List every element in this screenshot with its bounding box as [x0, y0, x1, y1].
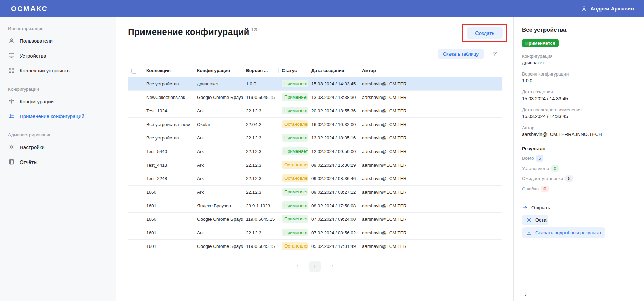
status-badge: Применяется [522, 39, 559, 47]
user-menu[interactable]: Андрей Аршавин [581, 5, 634, 12]
author-cell: aarshavin@LCM.TERRA.INNO.TECH [359, 186, 406, 199]
page-title: Применение конфигураций13 [128, 27, 257, 37]
panel-field-label: Дата последнего изменения [522, 107, 636, 112]
table-row[interactable]: Test_2248Ark22.12.3Остановлено09.02.2024… [128, 172, 502, 186]
version-cell: 119.0.6045.15 [243, 91, 278, 104]
column-header[interactable]: Конфигурация [194, 64, 243, 77]
app-logo[interactable]: ОСМАКС [11, 5, 48, 13]
select-all-checkbox[interactable] [131, 68, 137, 74]
sidebar-item[interactable]: Настройки [8, 139, 110, 154]
status-pill: Остановлено [282, 174, 308, 182]
table-row[interactable]: Test_4413Ark22.12.3Остановлено09.02.2024… [128, 158, 502, 172]
configuration-cell: Ark [194, 172, 243, 186]
sidebar-section-label: Администрирование [8, 132, 110, 137]
table-row[interactable]: Все устройствадриппакет1.0.0Применяется1… [128, 77, 502, 91]
sidebar-item-label: Конфигурации [20, 99, 54, 104]
sidebar-item[interactable]: Применение конфигураций [8, 109, 110, 124]
table-row[interactable]: NewCollectionsZakGoogle Chrome Браузер11… [128, 91, 502, 104]
sidebar-item[interactable]: Пользователи [8, 33, 110, 48]
version-cell: 22.12.3 [243, 186, 278, 199]
row-select-cell [128, 131, 143, 145]
table-row[interactable]: 1601Яндекс Браузер23.9.1.1023Применяется… [128, 199, 502, 213]
table-row[interactable]: 1660Ark22.12.3Применяется09.02.2024 / 08… [128, 186, 502, 199]
column-header[interactable]: Автор [359, 64, 406, 77]
sidebar-item-label: Применение конфигураций [20, 113, 84, 119]
panel-action-label: Остановить выполнение [535, 217, 548, 223]
table-row[interactable]: Все устройства_newOkular22.04.2Остановле… [128, 118, 502, 131]
create-button[interactable]: Создать [467, 27, 503, 39]
table-row[interactable]: Test_1024Ark22.12.3Применяется20.02.2024… [128, 104, 502, 118]
status-cell: Применяется [278, 213, 308, 226]
download-icon [526, 230, 532, 236]
configuration-cell: Okular [194, 118, 243, 131]
sidebar-item-label: Отчёты [20, 159, 37, 165]
created-cell: 08.02.2024 / 17:58:08 [308, 199, 359, 213]
grid-icon [8, 67, 15, 74]
panel-action-button[interactable]: Остановить выполнение [522, 215, 548, 225]
table-row[interactable]: 1601Ark22.12.3Применяется07.02.2024 / 08… [128, 226, 502, 240]
sidebar-item[interactable]: Отчёты [8, 154, 110, 169]
table-row[interactable]: Все устройстваArk22.12.3Применяется13.02… [128, 131, 502, 145]
created-cell: 20.02.2024 / 13:55:36 [308, 104, 359, 118]
status-pill: Применяется [282, 134, 308, 142]
table-row[interactable]: 1660Google Chrome Браузер119.0.6045.15Пр… [128, 213, 502, 226]
configuration-cell: Google Chrome Браузер [194, 213, 243, 226]
report-icon [8, 158, 15, 165]
collection-cell: 1660 [143, 186, 194, 199]
created-cell: 15.03.2024 / 14:33:45 [308, 77, 359, 91]
sidebar-item[interactable]: Устройства [8, 48, 110, 63]
sidebar-item[interactable]: Коллекции устройств [8, 63, 110, 78]
panel-field-label: Автор [522, 125, 636, 130]
pagination-page[interactable]: 1 [309, 261, 321, 272]
result-row: Ожидает установки5 [522, 175, 636, 182]
version-cell: 22.12.3 [243, 172, 278, 186]
column-header[interactable]: Дата создания [308, 64, 359, 77]
author-cell: aarshavin@LCM.TERRA.INNO.TECH [359, 118, 406, 131]
panel-field-label: Конфигурация [522, 53, 636, 59]
configuration-cell: Ark [194, 226, 243, 240]
table-row[interactable]: 1601Google Chrome Браузер119.0.6045.15Ос… [128, 240, 502, 253]
panel-field-value: 15.03.2024 / 14:33:45 [522, 96, 636, 101]
row-select-cell [128, 213, 143, 226]
author-cell: aarshavin@LCM.TERRA.INNO.TECH [359, 172, 406, 186]
filter-icon[interactable] [492, 51, 498, 57]
sidebar-item-label: Устройства [20, 53, 46, 59]
collection-cell: Все устройства [143, 131, 194, 145]
panel-field: Конфигурациядриппакет [522, 53, 636, 65]
result-count-badge: 5 [565, 175, 573, 182]
collection-cell: Все устройства [143, 77, 194, 91]
collection-cell: 1601 [143, 199, 194, 213]
created-cell: 09.02.2024 / 15:30:29 [308, 158, 359, 172]
arrow-right-icon [522, 205, 528, 211]
status-cell: Остановлено [278, 158, 308, 172]
row-select-cell [128, 77, 143, 91]
configuration-cell: Ark [194, 158, 243, 172]
pagination-prev-icon[interactable] [295, 264, 301, 269]
panel-field-value: 1.0.0 [522, 78, 636, 83]
details-panel: Все устройства Применяется Конфигурацияд… [513, 17, 644, 301]
download-table-button[interactable]: Скачать таблицу [438, 49, 484, 59]
row-select-cell [128, 104, 143, 118]
author-cell: aarshavin@LCM.TERRA.INNO.TECH [359, 226, 406, 240]
collection-cell: Test_2248 [143, 172, 194, 186]
status-pill: Применяется [282, 201, 308, 209]
users-icon [8, 37, 15, 44]
result-count-badge: 0 [551, 165, 559, 172]
result-label: Ошибка [522, 186, 539, 191]
column-header[interactable]: Версия ... [243, 64, 278, 77]
panel-action-button[interactable]: Скачать подробный результат [522, 227, 605, 238]
result-label: Всего [522, 156, 534, 161]
sidebar-item[interactable]: Конфигурации [8, 94, 110, 109]
panel-action-button[interactable]: Открыть [522, 202, 554, 213]
panel-action-label: Открыть [531, 205, 550, 210]
status-cell: Остановлено [278, 240, 308, 253]
table-row[interactable]: Test_5440Ark22.12.3Применяется12.02.2024… [128, 145, 502, 158]
panel-collapse-icon[interactable] [523, 292, 528, 298]
result-row: Ошибка0 [522, 186, 636, 192]
version-cell: 119.0.6045.15 [243, 240, 278, 253]
pagination-next-icon[interactable] [330, 264, 335, 269]
column-header[interactable]: Статус [278, 64, 308, 77]
configuration-cell: Ark [194, 145, 243, 158]
gear-icon [8, 144, 15, 150]
column-header[interactable]: Коллекция [143, 64, 194, 77]
